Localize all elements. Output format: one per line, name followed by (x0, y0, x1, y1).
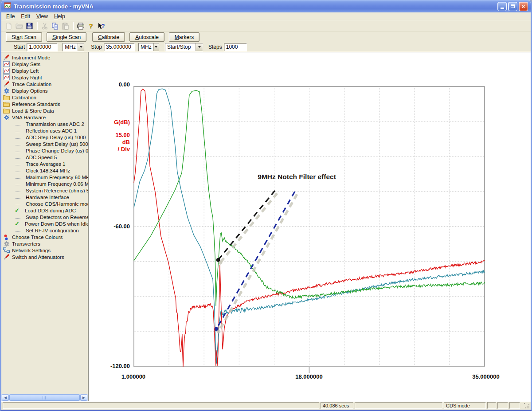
start-scan-button[interactable]: Start Scan (6, 32, 42, 42)
sidebar-item-choose-trace-colours[interactable]: Choose Trace Colours (1, 234, 88, 240)
new-icon[interactable] (4, 22, 14, 31)
start-unit-select[interactable]: MHz (63, 43, 84, 51)
sidebar-item-label: Load & Store Data (12, 108, 54, 114)
close-button[interactable]: × (519, 2, 528, 11)
sidebar-item-reflection-uses-adc-1[interactable]: Reflection uses ADC 1 (1, 127, 88, 134)
tree-connector (16, 145, 21, 145)
range-mode-select[interactable]: Start/Stop (165, 43, 203, 51)
sidebar-item-swap-detectors-on-reverse-scan[interactable]: Swap Detectors on Reverse Scan (1, 214, 88, 220)
resize-grip[interactable] (524, 403, 529, 408)
gear-gray-icon (3, 241, 10, 247)
window-title: Transmission mode - myVNA (14, 3, 496, 10)
single-scan-button[interactable]: Single Scan (47, 32, 86, 42)
sidebar-item-label: Choose Trace Colours (12, 235, 63, 240)
sidebar-item-reference-standards[interactable]: Reference Standards (1, 101, 88, 107)
dropdown-arrow-icon[interactable] (78, 43, 84, 51)
tree-connector (16, 178, 21, 179)
sidebar-item-vna-hardware[interactable]: VNA Hardware (1, 114, 88, 121)
scrollbar-thumb[interactable] (9, 394, 80, 401)
sidebar-item-label: System Reference (ohms) 50.00 (26, 188, 89, 193)
markers-button[interactable]: Markers (169, 32, 200, 42)
calibrate-button[interactable]: Calibrate (92, 32, 125, 42)
start-label: Start (14, 44, 25, 50)
svg-text:9MHz Notch Filter effect: 9MHz Notch Filter effect (258, 173, 336, 180)
scroll-left-arrow[interactable]: ◄ (2, 394, 9, 401)
sidebar-item-minimum-frequency-0-06-mhz[interactable]: Minimum Frequency 0.06 MHz (1, 180, 88, 187)
steps-input[interactable] (224, 43, 247, 51)
sidebar-item-trace-calculation[interactable]: Trace Calculation (1, 81, 88, 87)
minimize-button[interactable] (497, 2, 507, 11)
cut-icon[interactable] (40, 22, 50, 31)
y-axis-label: G(dB) (89, 119, 130, 126)
wrench-icon (3, 254, 10, 260)
tree-connector (16, 185, 21, 185)
sidebar-item-switch-and-attenuators[interactable]: Switch and Attenuators (1, 254, 88, 260)
copy-icon[interactable] (50, 22, 60, 31)
y-scale-unit: dB (89, 139, 130, 146)
menu-view[interactable]: View (33, 13, 51, 20)
sidebar-item-display-sets[interactable]: Display Sets (1, 61, 88, 67)
sidebar-item-label: Reflection uses ADC 1 (26, 128, 77, 133)
sidebar-item-load-store-data[interactable]: Load & Store Data (1, 107, 88, 114)
y-tick-neg120dB: -120.00 (89, 363, 130, 370)
sidebar-item-network-settings[interactable]: Network Settings (1, 247, 88, 254)
sidebar-item-clock-148-344-mhz[interactable]: Clock 148.344 MHz (1, 167, 88, 174)
title-bar[interactable]: Transmission mode - myVNA × (1, 0, 531, 12)
sidebar-item-phase-change-delay-us-0[interactable]: Phase Change Delay (us) 0 (1, 147, 88, 154)
menu-help[interactable]: Help (51, 13, 68, 20)
chart-area: 9MHz Notch Filter effect 0.00 -60.00 -12… (89, 52, 531, 401)
sidebar-item-adc-speed-5[interactable]: ADC Speed 5 (1, 154, 88, 160)
transmission-chart: 9MHz Notch Filter effect (89, 52, 531, 401)
sidebar-item-trace-averages-1[interactable]: Trace Averages 1 (1, 160, 88, 167)
dots-icon (3, 234, 10, 240)
status-cds-mode: CDS mode (444, 402, 486, 409)
dropdown-arrow-icon[interactable] (196, 43, 203, 51)
network-icon (3, 247, 10, 253)
close-icon: × (522, 4, 525, 9)
maximize-button[interactable] (508, 2, 517, 11)
app-icon (4, 2, 11, 11)
menu-file[interactable]: File (3, 13, 18, 20)
open-icon[interactable] (14, 22, 24, 31)
autoscale-button[interactable]: Autoscale (129, 32, 164, 42)
status-panel-4 (487, 402, 496, 409)
print-icon[interactable] (76, 22, 86, 31)
save-icon[interactable] (24, 22, 34, 31)
stop-unit-select[interactable]: MHz (138, 43, 159, 51)
sidebar-item-calibration[interactable]: Calibration (1, 94, 88, 101)
sidebar-item-sweep-start-delay-us-5000[interactable]: Sweep Start Delay (us) 5000 (1, 141, 88, 147)
start-frequency-input[interactable] (27, 43, 58, 51)
action-button-row: Start ScanSingle ScanCalibrateAutoscaleM… (1, 32, 531, 42)
sidebar-item-power-down-dds-when-idle[interactable]: ✓Power Down DDS when Idle (1, 220, 88, 227)
sidebar-item-hardware-interface[interactable]: Hardware Interface (1, 194, 88, 200)
tree-connector (16, 152, 21, 152)
sidebar-item-transmission-uses-adc-2[interactable]: Transmission uses ADC 2 (1, 121, 88, 127)
sidebar-item-system-reference-ohms-50-00[interactable]: System Reference (ohms) 50.00 (1, 187, 88, 194)
menu-edit[interactable]: Edit (18, 13, 33, 20)
help-icon[interactable]: ? (86, 22, 96, 31)
sidebar-item-label: Calibration (12, 95, 36, 100)
sidebar-item-label: Trace Averages 1 (26, 161, 66, 167)
scroll-right-arrow[interactable]: ► (80, 394, 87, 401)
sidebar-item-adc-step-delay-us-1000[interactable]: ADC Step Delay (us) 1000 (1, 134, 88, 141)
sidebar-item-instrument-mode[interactable]: Instrument Mode (1, 54, 88, 61)
sidebar-item-label: Sweep Start Delay (us) 5000 (26, 141, 89, 147)
sidebar-item-transverters[interactable]: Transverters (1, 240, 88, 247)
sidebar-item-display-options[interactable]: Display Options (1, 87, 88, 94)
sidebar-item-load-dds-during-adc[interactable]: ✓Load DDS during ADC (1, 207, 88, 214)
sidebar-item-display-right[interactable]: Display Right (1, 74, 88, 81)
context-help-icon[interactable]: ? (96, 22, 106, 31)
sidebar-item-choose-cds-harmonic-mode[interactable]: Choose CDS/Harmonic mode (1, 200, 88, 207)
paste-icon[interactable] (60, 22, 70, 31)
sidebar-item-maximum-frequency-60-mhz[interactable]: Maximum Frequency 60 MHz (1, 174, 88, 180)
dropdown-arrow-icon[interactable] (153, 43, 159, 51)
sidebar-item-label: Display Sets (12, 62, 40, 67)
toolbar: ?? (1, 20, 531, 32)
tree-connector (16, 132, 21, 132)
sidebar-item-display-left[interactable]: Display Left (1, 67, 88, 74)
status-panel-5 (497, 402, 508, 409)
y-tick-neg60dB: -60.00 (89, 223, 130, 230)
stop-frequency-input[interactable] (104, 43, 135, 51)
sidebar-horizontal-scrollbar[interactable]: ◄ ► (1, 394, 88, 401)
sidebar-item-set-rf-iv-configuration[interactable]: Set RF-IV configuration (1, 227, 88, 234)
